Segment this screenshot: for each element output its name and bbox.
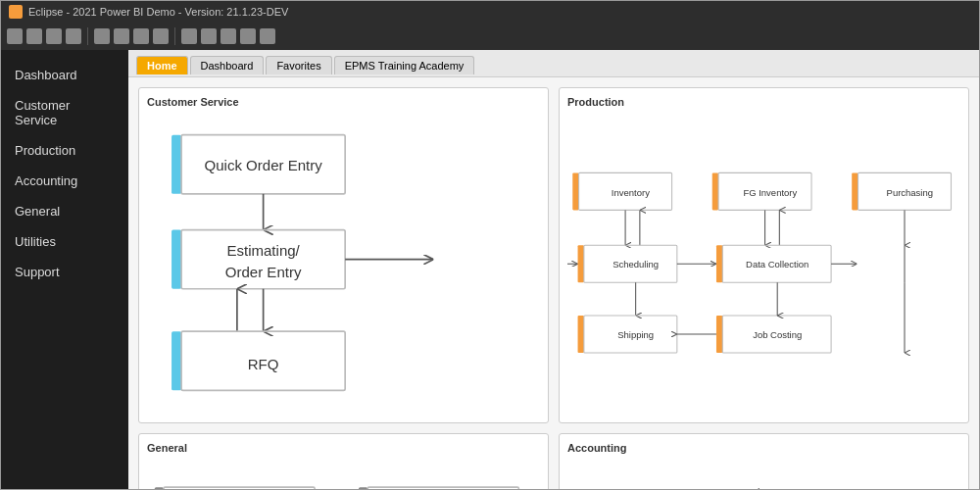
svg-text:RFQ: RFQ <box>248 356 279 372</box>
window-title: Eclipse - 2021 Power BI Demo - Version: … <box>28 6 288 18</box>
svg-text:Shipping: Shipping <box>617 329 654 340</box>
toolbar-icon-monitor[interactable] <box>260 28 275 44</box>
svg-text:Scheduling: Scheduling <box>612 259 659 270</box>
svg-rect-39 <box>578 316 584 353</box>
toolbar-icon-flag[interactable] <box>240 28 256 44</box>
svg-rect-33 <box>716 245 722 282</box>
customer-service-title: Customer Service <box>147 96 540 108</box>
svg-rect-0 <box>172 135 181 194</box>
production-section: Production <box>559 87 969 423</box>
svg-text:FG Inventory: FG Inventory <box>743 187 797 198</box>
svg-rect-52 <box>368 487 518 489</box>
toolbar-icon-user[interactable] <box>26 28 42 44</box>
production-diagram: Inventory FG Inventory Purchasing <box>567 116 960 416</box>
tab-dashboard[interactable]: Dashboard <box>190 56 265 74</box>
app-icon <box>9 5 23 19</box>
toolbar <box>1 23 979 50</box>
toolbar-icon-copy[interactable] <box>114 28 129 44</box>
svg-rect-48 <box>155 487 164 489</box>
tab-home[interactable]: Home <box>136 56 188 74</box>
svg-text:Data Collection: Data Collection <box>746 259 808 270</box>
accounting-title: Accounting <box>567 442 960 454</box>
sidebar-item-production[interactable]: Production <box>1 135 128 166</box>
general-diagram: File Maintenance Reports User Manuals EP… <box>147 462 540 489</box>
svg-text:Inventory: Inventory <box>612 187 650 198</box>
svg-rect-11 <box>172 331 181 390</box>
toolbar-icon-doc[interactable] <box>46 28 62 44</box>
svg-text:Job Costing: Job Costing <box>753 329 802 340</box>
sidebar-item-general[interactable]: General <box>1 196 128 226</box>
title-bar: Eclipse - 2021 Power BI Demo - Version: … <box>1 1 979 23</box>
svg-text:Purchasing: Purchasing <box>887 187 933 198</box>
svg-rect-51 <box>359 487 368 489</box>
svg-rect-49 <box>164 487 315 489</box>
svg-rect-43 <box>716 316 722 353</box>
svg-rect-29 <box>578 245 584 282</box>
sidebar-item-utilities[interactable]: Utilities <box>1 226 128 257</box>
svg-text:Quick Order Entry: Quick Order Entry <box>205 157 323 173</box>
tab-bar: Home Dashboard Favorites EPMS Training A… <box>128 50 979 77</box>
toolbar-icon-settings[interactable] <box>181 28 197 44</box>
dashboard-grid: Customer Service Quick Order Entry Estim… <box>128 77 979 489</box>
toolbar-icon-refresh[interactable] <box>220 28 236 44</box>
sidebar: Dashboard Customer Service Production Ac… <box>1 50 128 489</box>
sidebar-item-support[interactable]: Support <box>1 257 128 287</box>
sidebar-item-dashboard[interactable]: Dashboard <box>1 60 128 90</box>
sidebar-item-accounting[interactable]: Accounting <box>1 166 128 196</box>
svg-rect-17 <box>712 172 718 210</box>
toolbar-icon-edit[interactable] <box>94 28 110 44</box>
toolbar-icon-grid[interactable] <box>66 28 81 44</box>
svg-rect-20 <box>852 172 858 210</box>
tab-epms-training[interactable]: EPMS Training Academy <box>334 56 475 74</box>
accounting-diagram: Accounts Receivable Accounts Payable Gen… <box>567 462 960 489</box>
customer-service-section: Customer Service Quick Order Entry Estim… <box>138 87 549 423</box>
toolbar-icon-home[interactable] <box>7 28 23 44</box>
toolbar-icon-paste[interactable] <box>133 28 149 44</box>
accounting-section: Accounting <box>559 433 969 489</box>
sidebar-item-customer-service[interactable]: Customer Service <box>1 90 128 135</box>
svg-text:Estimating/: Estimating/ <box>226 242 300 259</box>
svg-text:Order Entry: Order Entry <box>225 264 302 280</box>
general-title: General <box>147 442 540 454</box>
toolbar-icon-chart[interactable] <box>201 28 217 44</box>
production-title: Production <box>567 96 960 108</box>
toolbar-icon-print[interactable] <box>153 28 169 44</box>
customer-service-diagram: Quick Order Entry Estimating/ Order Entr… <box>147 116 540 416</box>
tab-favorites[interactable]: Favorites <box>266 56 331 74</box>
svg-rect-4 <box>172 230 181 289</box>
content-area: Home Dashboard Favorites EPMS Training A… <box>128 50 979 489</box>
general-section: General File Maintenance Reports U <box>138 433 549 489</box>
svg-rect-14 <box>572 172 578 210</box>
